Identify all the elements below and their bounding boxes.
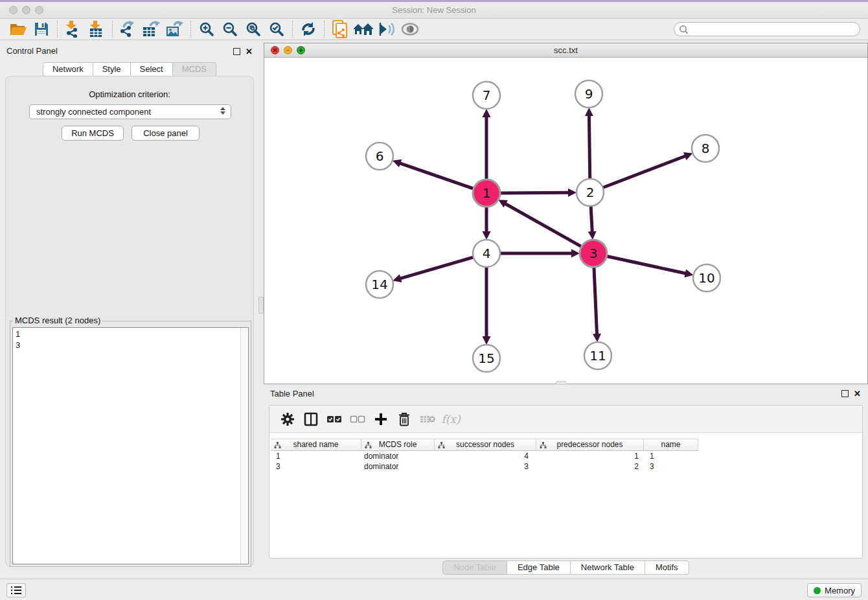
network-graph[interactable]: 7968124314101511 xyxy=(264,58,867,384)
toolbar-separator xyxy=(112,21,113,38)
close-panel-button[interactable]: Close panel xyxy=(131,126,200,141)
column-header-predecessor-nodes[interactable]: predecessor nodes xyxy=(536,439,644,451)
network-window-titlebar[interactable]: ✕ − + scc.txt xyxy=(264,43,867,58)
zoom-fit-icon[interactable] xyxy=(242,19,265,39)
node-label-15: 15 xyxy=(478,351,494,366)
cell[interactable]: dominator xyxy=(361,451,435,461)
import-table-icon[interactable] xyxy=(85,19,108,39)
edge-2-9[interactable] xyxy=(589,115,589,180)
save-session-icon[interactable] xyxy=(30,19,53,39)
tab-network[interactable]: Network xyxy=(43,62,93,76)
table-panel-controls: ✕ xyxy=(841,390,861,397)
table-toolbar: f(x) xyxy=(269,406,862,433)
create-column-icon[interactable] xyxy=(369,410,393,429)
toolbar-separator xyxy=(57,21,58,38)
export-image-icon[interactable] xyxy=(163,19,187,39)
column-header-shared-name[interactable]: shared name xyxy=(271,439,361,451)
delete-columns-icon[interactable] xyxy=(393,410,416,429)
show-panel-eye-icon[interactable] xyxy=(398,19,422,39)
tab-node-table[interactable]: Node Table xyxy=(442,560,507,575)
tab-mcds[interactable]: MCDS xyxy=(173,62,216,76)
cell[interactable]: 2 xyxy=(536,461,644,472)
tab-edge-table[interactable]: Edge Table xyxy=(507,560,571,575)
unselect-all-columns-icon[interactable] xyxy=(346,410,369,429)
node-label-4: 4 xyxy=(483,246,491,261)
float-table-panel-icon[interactable] xyxy=(841,390,849,397)
export-table-icon[interactable] xyxy=(140,19,163,39)
duplicate-network-icon[interactable] xyxy=(328,19,352,39)
tab-select[interactable]: Select xyxy=(131,62,173,76)
result-scrollbar[interactable] xyxy=(240,328,248,564)
edge-arrowhead xyxy=(393,159,402,167)
run-mcds-button[interactable]: Run MCDS xyxy=(62,126,124,141)
zoom-in-icon[interactable] xyxy=(195,19,218,39)
zoom-selected-icon[interactable] xyxy=(265,19,288,39)
tab-network-table[interactable]: Network Table xyxy=(571,560,645,575)
edge-4-14[interactable] xyxy=(400,257,475,278)
mcds-panel: Optimization criterion: strongly connect… xyxy=(5,76,254,567)
export-network-icon[interactable] xyxy=(117,19,140,39)
node-label-11: 11 xyxy=(589,348,606,363)
memory-button[interactable]: Memory xyxy=(807,583,862,597)
tab-motifs[interactable]: Motifs xyxy=(645,560,689,575)
close-table-panel-icon[interactable]: ✕ xyxy=(854,390,861,397)
column-label: name xyxy=(661,440,680,449)
cell[interactable]: 3 xyxy=(644,461,698,472)
refresh-layout-icon[interactable] xyxy=(297,19,320,39)
edge-2-8[interactable] xyxy=(602,156,685,188)
select-all-columns-icon[interactable] xyxy=(323,410,346,429)
table-row[interactable]: 1dominator411 xyxy=(271,451,861,461)
column-header-successor-nodes[interactable]: successor nodes xyxy=(435,439,536,451)
column-header-mcds-role[interactable]: MCDS role xyxy=(361,439,435,451)
cell[interactable]: 1 xyxy=(644,451,698,461)
close-panel-icon[interactable]: ✕ xyxy=(246,48,253,55)
edge-arrowhead xyxy=(684,269,693,277)
search-input[interactable] xyxy=(689,24,853,34)
home-icon[interactable] xyxy=(352,19,375,39)
cell[interactable]: 1 xyxy=(536,451,644,461)
open-session-icon[interactable] xyxy=(6,19,30,39)
tab-style[interactable]: Style xyxy=(93,62,131,76)
edge-2-3[interactable] xyxy=(591,205,592,232)
edge-1-6[interactable] xyxy=(400,163,475,189)
edge-1-2[interactable] xyxy=(499,192,569,193)
network-canvas[interactable]: 7968124314101511 xyxy=(264,58,867,384)
network-view-window: ✕ − + scc.txt 7968124314101511 xyxy=(264,43,868,384)
import-network-icon[interactable] xyxy=(62,19,85,39)
edge-3-11[interactable] xyxy=(594,266,597,334)
delete-table-icon[interactable] xyxy=(416,410,439,429)
network-resize-handle[interactable] xyxy=(556,381,566,385)
column-label: successor nodes xyxy=(456,440,514,449)
cell[interactable]: dominator xyxy=(361,461,435,472)
function-builder-icon[interactable]: f(x) xyxy=(439,410,463,429)
cell[interactable]: 3 xyxy=(271,461,361,472)
edge-arrowhead xyxy=(585,108,593,116)
cell[interactable]: 3 xyxy=(435,461,536,472)
control-panel-controls: ✕ xyxy=(233,48,253,55)
node-label-1: 1 xyxy=(483,185,491,201)
hide-panel-icon[interactable] xyxy=(375,19,398,39)
edge-3-1[interactable] xyxy=(505,203,583,247)
panel-splitter-handle[interactable] xyxy=(258,297,264,314)
table-row[interactable]: 3dominator323 xyxy=(271,461,861,472)
edge-arrowhead xyxy=(483,231,491,240)
zoom-out-icon[interactable] xyxy=(218,19,242,39)
edge-3-10[interactable] xyxy=(606,256,686,273)
float-panel-icon[interactable] xyxy=(233,48,240,55)
search-box[interactable] xyxy=(674,22,860,36)
show-columns-icon[interactable] xyxy=(299,410,323,429)
column-header-name[interactable]: name xyxy=(644,439,698,451)
control-panel-tabs: NetworkStyleSelectMCDS xyxy=(0,62,259,76)
node-label-2: 2 xyxy=(586,185,595,200)
toolbar-separator xyxy=(190,21,191,38)
edge-arrowhead xyxy=(568,189,577,197)
task-history-icon[interactable] xyxy=(6,583,26,597)
cell[interactable]: 4 xyxy=(435,451,536,461)
table-options-gear-icon[interactable] xyxy=(276,410,299,429)
node-label-3: 3 xyxy=(589,246,598,261)
node-label-7: 7 xyxy=(483,87,491,103)
edge-arrowhead xyxy=(593,334,601,342)
optimization-criterion-dropdown[interactable]: strongly connected component xyxy=(29,104,231,119)
cell[interactable]: 1 xyxy=(271,451,361,461)
mcds-result-text[interactable]: 1 3 xyxy=(12,327,249,564)
